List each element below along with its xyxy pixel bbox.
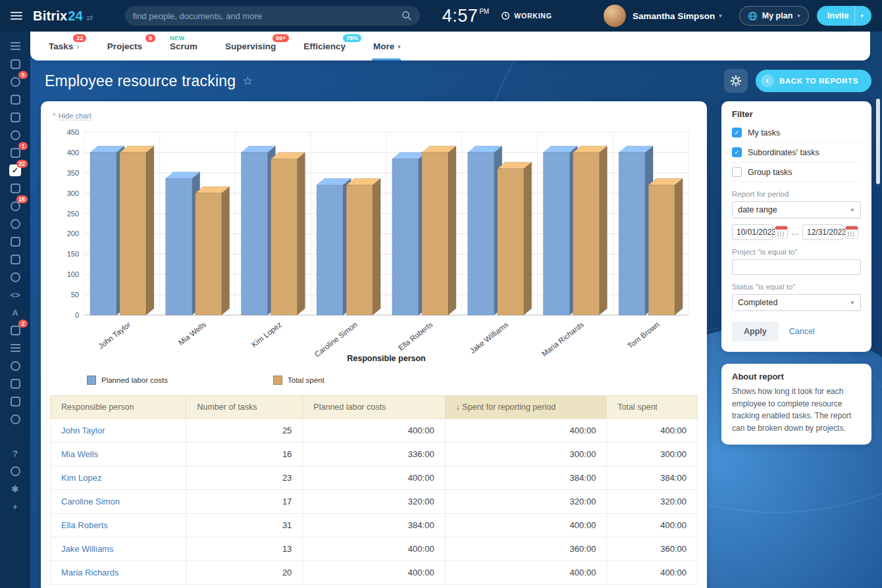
cell: 31 [186, 514, 303, 537]
cell: 320:00 [303, 490, 445, 514]
column-header[interactable]: Total spent [607, 396, 698, 419]
person-link[interactable]: John Taylor [51, 419, 186, 443]
checkbox-label: Subordinates' tasks [748, 148, 819, 157]
main-nav: Tasks22›Projects9ScrumNEWSupervising99+E… [30, 32, 870, 61]
cancel-link[interactable]: Cancel [789, 327, 815, 336]
work-status[interactable]: WORKING [501, 11, 552, 20]
crm-icon[interactable]: 18 [7, 197, 24, 214]
tab-scrum[interactable]: ScrumNEW [170, 32, 197, 61]
person-link[interactable]: Jake Williams [51, 537, 186, 561]
date-from-input[interactable]: 10/01/2023 [732, 224, 773, 240]
marketing-icon[interactable] [7, 268, 24, 285]
table-row: Caroline Simon17320:00320:00320:00 [51, 490, 698, 514]
status-select-value: Completed [738, 298, 777, 307]
groups-icon[interactable] [7, 126, 24, 143]
tab-badge: NEW [170, 34, 185, 42]
chevron-down-icon: ▼ [850, 207, 855, 213]
workflows-icon[interactable] [7, 339, 24, 356]
search-input[interactable]: find people, documents, and more [125, 6, 420, 26]
store-icon[interactable] [7, 375, 24, 392]
inventory-icon[interactable]: 2 [7, 322, 24, 339]
tab-efficiency[interactable]: Efficiency78% [303, 32, 346, 61]
checkbox-my-tasks[interactable]: ✓My tasks [732, 123, 861, 143]
person-link[interactable]: Kim Lopez [51, 466, 186, 490]
cell: 16 [186, 443, 303, 466]
logo[interactable]: Bitrix 24 ⇄ [33, 9, 93, 24]
back-to-reports-button[interactable]: ‹ BACK TO REPORTS [756, 70, 871, 92]
column-header[interactable]: Responsible person [51, 396, 186, 419]
person-link[interactable]: Mia Wells [51, 443, 186, 466]
legend-label: Total spent [288, 376, 324, 384]
calendar-icon[interactable]: 1 [7, 144, 24, 161]
table-row: Mia Wells16336:00300:00300:00 [51, 443, 698, 466]
invite-button[interactable]: Invite ▾ [817, 6, 871, 26]
drive-icon[interactable] [7, 91, 24, 108]
cell: 17 [186, 490, 303, 514]
apply-button[interactable]: Apply [732, 322, 779, 341]
person-link[interactable]: Maria Richards [51, 561, 186, 585]
tab-supervising[interactable]: Supervising99+ [225, 32, 276, 61]
sidebar: 51✓2218<>A2 ?✱+ [0, 32, 30, 588]
avatar[interactable] [604, 5, 626, 27]
column-header[interactable]: Number of tasks [186, 396, 303, 419]
calendar-icon[interactable] [845, 226, 858, 239]
checkbox-subordinates-tasks[interactable]: ✓Subordinates' tasks [732, 143, 861, 162]
checkbox-label: My tasks [748, 128, 780, 137]
developer-icon[interactable]: <> [7, 286, 24, 303]
notification-badge: 2 [18, 320, 28, 328]
user-menu[interactable]: Samantha Simpson ▾ [633, 11, 722, 21]
tab-projects[interactable]: Projects9 [107, 32, 142, 61]
hide-chart-link[interactable]: ^ Hide chart [53, 112, 91, 120]
person-link[interactable]: Caroline Simon [51, 490, 186, 514]
date-to-input[interactable]: 12/31/2023 [802, 224, 843, 240]
right-column: Filter ✓My tasks✓Subordinates' tasksGrou… [721, 101, 871, 445]
column-header[interactable]: ↓ Spent for reporting period [445, 396, 607, 419]
table-row: John Taylor25400:00400:00400:00 [51, 419, 698, 443]
share-icon[interactable] [7, 462, 24, 479]
project-input[interactable] [732, 259, 861, 275]
tab-more[interactable]: More▾ [373, 32, 401, 61]
column-header[interactable]: Planned labor costs [303, 396, 445, 419]
contacts-icon[interactable] [7, 180, 24, 197]
svg-text:Ella Roberts: Ella Roberts [397, 320, 434, 352]
docs-icon[interactable] [7, 109, 24, 126]
legend-item: Total spent [273, 376, 324, 385]
cell: 384:00 [607, 466, 698, 490]
person-link[interactable]: Ella Roberts [51, 514, 186, 537]
messenger-icon[interactable]: 5 [7, 73, 24, 90]
report-period-label: Report for period [732, 190, 861, 198]
checkbox-unchecked-icon [732, 167, 742, 177]
live-feed-icon[interactable] [7, 55, 24, 72]
period-select[interactable]: date range ▼ [732, 201, 861, 218]
clock-widget[interactable]: 4:57PM [442, 6, 490, 26]
bi-builder-icon[interactable] [7, 251, 24, 268]
report-settings-button[interactable] [724, 69, 748, 93]
checkbox-group-tasks[interactable]: Group tasks [732, 162, 861, 182]
about-report-title: About report [732, 372, 861, 381]
quality-icon[interactable] [7, 410, 24, 428]
calendar-icon[interactable] [775, 226, 788, 239]
menu-icon[interactable] [11, 12, 22, 20]
tab-badge: 9 [145, 34, 155, 42]
tab-tasks[interactable]: Tasks22› [49, 32, 80, 61]
ai-icon[interactable]: A [7, 304, 24, 321]
about-report-card: About report Shows how long it took for … [721, 364, 871, 445]
ecommerce-icon[interactable] [7, 357, 24, 374]
help-icon[interactable]: ? [7, 445, 24, 462]
my-plan-button[interactable]: My plan ▾ [739, 6, 809, 26]
svg-text:Mia Wells: Mia Wells [177, 320, 208, 347]
notification-badge: 5 [18, 71, 28, 79]
sign-icon[interactable] [7, 393, 24, 410]
mail-icon[interactable] [7, 233, 24, 250]
scrollbar-thumb[interactable] [876, 99, 880, 184]
topbar: Bitrix 24 ⇄ find people, documents, and … [0, 0, 882, 32]
favorite-star-icon[interactable]: ☆ [242, 74, 253, 88]
cell: 400:00 [445, 419, 607, 443]
table-row: Maria Richards20400:00400:00400:00 [51, 561, 698, 585]
pulse-icon[interactable] [7, 37, 24, 55]
automation-icon[interactable] [7, 215, 24, 232]
status-select[interactable]: Completed ▼ [732, 294, 861, 311]
settings-icon[interactable]: ✱ [7, 480, 24, 497]
tasks-icon[interactable]: ✓22 [7, 162, 24, 179]
add-icon[interactable]: + [7, 498, 24, 515]
